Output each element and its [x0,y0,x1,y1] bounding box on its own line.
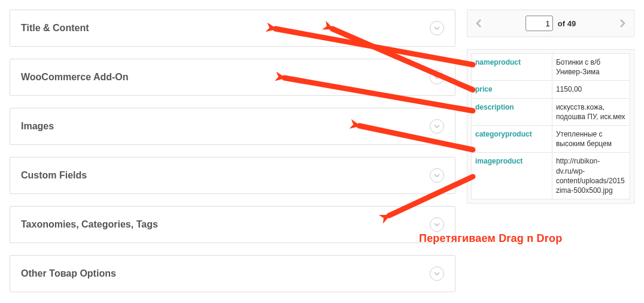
pager-current-input[interactable] [525,16,553,31]
field-value: искусств.кожа, подошва ПУ, иск.мех [552,98,630,125]
panel-images[interactable]: Images [10,108,455,145]
field-value: http://rubikon-dv.ru/wp-content/uploads/… [552,153,630,199]
chevron-down-icon[interactable] [430,217,444,232]
table-row: description искусств.кожа, подошва ПУ, и… [472,98,630,125]
table-row: imageproduct http://rubikon-dv.ru/wp-con… [472,153,630,199]
panel-custom-fields[interactable]: Custom Fields [10,157,455,194]
pager-of-label: of 49 [558,19,576,28]
chevron-down-icon[interactable] [430,70,444,84]
field-value: Ботинки с в/б Универ-Зима [552,54,630,81]
chevron-down-icon[interactable] [430,21,444,35]
field-key[interactable]: description [472,98,552,125]
field-key[interactable]: categoryproduct [472,125,552,152]
chevron-right-icon[interactable] [613,15,630,32]
field-key[interactable]: nameproduct [472,54,552,81]
chevron-left-icon[interactable] [471,15,488,32]
panel-title: WooCommerce Add-On [21,72,129,83]
panel-title-content[interactable]: Title & Content [10,10,455,47]
field-value: 1150,00 [552,81,630,98]
panel-title: Custom Fields [21,170,87,181]
panel-title: Images [21,121,54,132]
table-row: categoryproduct Утепленные с высоким бер… [472,125,630,152]
field-key[interactable]: price [472,81,552,98]
annotation-text: Перетягиваем Drag n Drop [419,232,562,245]
panel-title: Title & Content [21,23,89,34]
table-row: nameproduct Ботинки с в/б Универ-Зима [472,54,630,81]
panel-woocommerce-addon[interactable]: WooCommerce Add-On [10,59,455,96]
panel-other-options[interactable]: Other Товар Options [10,255,455,292]
panel-title: Taxonomies, Categories, Tags [21,219,158,230]
panel-taxonomies[interactable]: Taxonomies, Categories, Tags [10,206,455,243]
field-key[interactable]: imageproduct [472,153,552,199]
chevron-down-icon[interactable] [430,168,444,183]
chevron-down-icon[interactable] [430,266,444,281]
chevron-down-icon[interactable] [430,119,444,134]
fields-table: nameproduct Ботинки с в/б Универ-Зима pr… [467,49,634,204]
panel-title: Other Товар Options [21,268,116,279]
table-row: price 1150,00 [472,81,630,98]
field-value: Утепленные с высоким берцем [552,125,630,152]
pager: of 49 [467,10,634,37]
